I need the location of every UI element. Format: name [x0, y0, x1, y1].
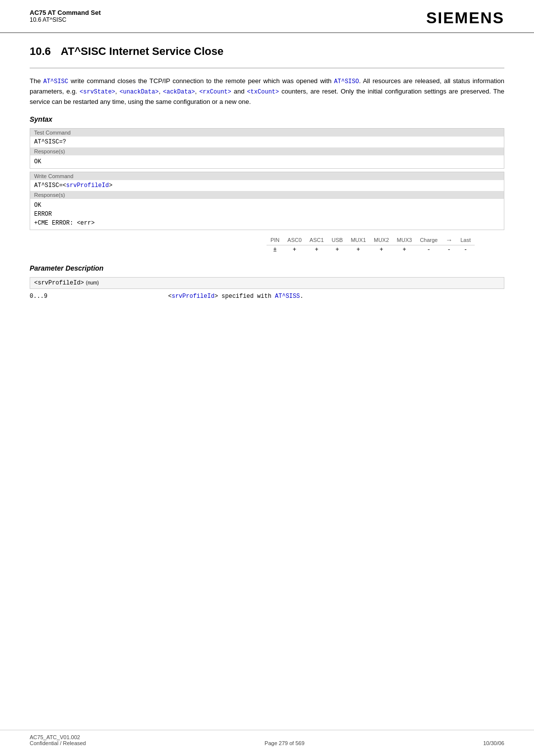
header-title: AC75 AT Command Set	[30, 9, 101, 16]
param-value-row: 0...9 <srvProfileId> specified with AT^S…	[30, 293, 504, 300]
pin-cell-mux1: +	[347, 245, 370, 255]
pin-cell-arrow: -	[442, 245, 456, 255]
test-response: OK	[30, 155, 504, 168]
pin-header-mux1: MUX1	[347, 235, 370, 245]
pin-header-usb: USB	[328, 235, 347, 245]
ref-srvstate: <srvState>	[80, 89, 115, 95]
param-name-text: <srvProfileId>	[34, 280, 84, 286]
pin-cell-usb: +	[328, 245, 347, 255]
link-atsiss[interactable]: AT^SISS	[275, 293, 300, 300]
pin-header-mux2: MUX2	[370, 235, 393, 245]
footer-classification: Confidential / Released	[30, 740, 86, 746]
page-header: AC75 AT Command Set 10.6 AT^SISC SIEMENS	[0, 0, 534, 33]
write-response-label: Response(s)	[30, 191, 504, 199]
pin-cell-last: -	[456, 245, 475, 255]
ref-rxcount: <rxCount>	[199, 89, 231, 95]
pin-cell-asc0: +	[283, 245, 306, 255]
link-atsisc[interactable]: AT^SISC	[43, 78, 68, 85]
ref-unackdata: <unackData>	[120, 89, 159, 95]
pin-cell-pin: ±	[267, 245, 283, 255]
pin-table-row: ± + + + + + + - - -	[267, 245, 475, 255]
intro-paragraph: The AT^SISC write command closes the TCP…	[30, 76, 504, 107]
write-command-box: Write Command AT^SISC=<srvProfileId> Res…	[30, 172, 504, 230]
param-superscript: (num)	[86, 280, 99, 285]
write-command-code: AT^SISC=<srvProfileId>	[30, 180, 504, 191]
test-command-code: AT^SISC=?	[30, 137, 504, 147]
test-command-label: Test Command	[30, 129, 504, 137]
ref-srvprofileid-inline: srvProfileId	[172, 293, 214, 300]
pin-cell-mux3: +	[393, 245, 416, 255]
pin-table-wrapper: PIN ASC0 ASC1 USB MUX1 MUX2 MUX3 Charge …	[30, 235, 504, 254]
pin-cell-charge: -	[416, 245, 442, 255]
write-command-param: srvProfileId	[66, 182, 109, 189]
section-divider	[30, 68, 504, 68]
footer-page-number: Page 279 of 569	[265, 740, 305, 746]
pin-header-charge: Charge	[416, 235, 442, 245]
param-name-box: <srvProfileId>(num)	[30, 277, 504, 289]
ref-ackdata: <ackData>	[163, 89, 195, 95]
pin-header-last: Last	[456, 235, 475, 245]
pin-header-asc1: ASC1	[306, 235, 328, 245]
write-response: OK ERROR +CME ERROR: <err>	[30, 199, 504, 230]
page-footer: AC75_ATC_V01.002 Confidential / Released…	[0, 730, 534, 746]
page: AC75 AT Command Set 10.6 AT^SISC SIEMENS…	[0, 0, 534, 756]
ref-txcount: <txCount>	[247, 89, 279, 95]
link-atsiso[interactable]: AT^SISO	[334, 78, 359, 85]
footer-doc-id: AC75_ATC_V01.002	[30, 734, 86, 740]
pin-cell-mux2: +	[370, 245, 393, 255]
pin-header-pin: PIN	[267, 235, 283, 245]
footer-left: AC75_ATC_V01.002 Confidential / Released	[30, 734, 86, 746]
write-command-label: Write Command	[30, 172, 504, 180]
pin-header-mux3: MUX3	[393, 235, 416, 245]
siemens-logo: SIEMENS	[426, 9, 504, 27]
section-heading: 10.6 AT^SISC Internet Service Close	[30, 45, 504, 58]
pin-table: PIN ASC0 ASC1 USB MUX1 MUX2 MUX3 Charge …	[267, 235, 475, 254]
test-command-box: Test Command AT^SISC=? Response(s) OK	[30, 128, 504, 169]
param-description-heading: Parameter Description	[30, 264, 504, 272]
pin-header-arrow: →	[442, 235, 456, 245]
syntax-heading: Syntax	[30, 115, 504, 123]
section-number: 10.6	[30, 45, 51, 58]
param-value-key: 0...9	[30, 293, 168, 300]
pin-cell-asc1: +	[306, 245, 328, 255]
footer-date: 10/30/06	[483, 740, 504, 746]
param-value-description: <srvProfileId> specified with AT^SISS.	[168, 293, 504, 300]
header-subtitle: 10.6 AT^SISC	[30, 16, 101, 23]
section-title: AT^SISC Internet Service Close	[61, 45, 223, 58]
pin-header-asc0: ASC0	[283, 235, 306, 245]
header-left: AC75 AT Command Set 10.6 AT^SISC	[30, 9, 101, 23]
main-content: 10.6 AT^SISC Internet Service Close The …	[0, 33, 534, 332]
test-response-label: Response(s)	[30, 147, 504, 155]
